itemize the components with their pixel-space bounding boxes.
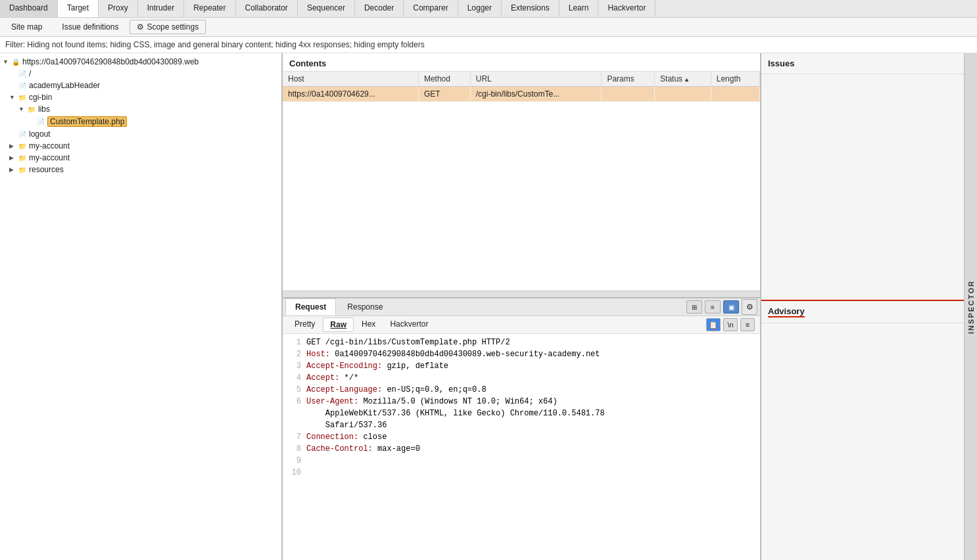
nav-site-map[interactable]: Site map xyxy=(3,19,51,35)
academy-arrow xyxy=(9,82,16,89)
tree-root-label: https://0a140097046290848b0db4d00430089.… xyxy=(22,57,199,66)
nav-dashboard[interactable]: Dashboard xyxy=(0,0,58,17)
scope-settings-button[interactable]: ⚙ Scope settings xyxy=(130,20,206,34)
col-host[interactable]: Host xyxy=(283,72,418,87)
site-map-tree: ▼ 🔒 https://0a140097046290848b0db4d00430… xyxy=(0,53,283,560)
my-account2-arrow[interactable]: ▶ xyxy=(9,154,16,161)
folder-icon: 📁 xyxy=(18,153,27,162)
view-list-button[interactable]: ≡ xyxy=(705,300,721,314)
tree-item-academyLabHeader[interactable]: 📄 academyLabHeader xyxy=(0,80,281,91)
lock-icon: 🔒 xyxy=(11,57,20,66)
request-body[interactable]: 1GET /cgi-bin/libs/CustomTemplate.php HT… xyxy=(283,334,760,560)
nav-learn[interactable]: Learn xyxy=(560,0,599,17)
cgi-expand-arrow[interactable]: ▼ xyxy=(9,94,16,101)
header-continuation: Safari/537.36 xyxy=(306,421,387,430)
nav-comparer[interactable]: Comparer xyxy=(404,0,458,17)
line-number: 2 xyxy=(287,348,301,360)
request-line-1: 1GET /cgi-bin/libs/CustomTemplate.php HT… xyxy=(287,337,756,348)
tree-item-logout[interactable]: 📄 logout xyxy=(0,128,281,140)
tree-item-resources[interactable]: ▶ 📁 resources xyxy=(0,164,281,175)
nav-repeater[interactable]: Repeater xyxy=(184,0,235,17)
my-account1-arrow[interactable]: ▶ xyxy=(9,143,16,149)
advisory-section: Advisory xyxy=(761,300,964,560)
subtab-raw[interactable]: Raw xyxy=(323,317,354,332)
line-number: 5 xyxy=(287,384,301,396)
nav-collaborator[interactable]: Collaborator xyxy=(236,0,298,17)
request-response-section: Request Response ⊞ ≡ ▣ ⚙ xyxy=(283,297,760,560)
tree-item-libs[interactable]: ▼ 📁 libs xyxy=(0,103,281,115)
folder-icon: 📁 xyxy=(27,105,36,114)
header-key: Cache-Control: xyxy=(306,444,373,454)
nav-proxy[interactable]: Proxy xyxy=(99,0,138,17)
table-row[interactable]: https://0a14009704629... GET /cgi-bin/li… xyxy=(283,87,760,102)
col-url[interactable]: URL xyxy=(470,72,602,87)
settings-button[interactable]: ⚙ xyxy=(742,299,757,315)
request-method-line: GET /cgi-bin/libs/CustomTemplate.php HTT… xyxy=(306,338,510,347)
tree-item-label: my-account xyxy=(29,141,70,151)
view-grid-button[interactable]: ⊞ xyxy=(686,300,702,314)
file-icon: 📄 xyxy=(18,69,27,78)
nav-sequencer[interactable]: Sequencer xyxy=(298,0,355,17)
nav-decoder[interactable]: Decoder xyxy=(355,0,404,17)
header-key: User-Agent: xyxy=(306,397,358,406)
header-key: Accept-Encoding: xyxy=(306,362,382,371)
inspector-sidebar[interactable]: INSPECTOR xyxy=(964,53,977,560)
request-line-6: 6User-Agent: Mozilla/5.0 (Windows NT 10.… xyxy=(287,396,756,408)
line-number xyxy=(287,419,301,431)
col-params[interactable]: Params xyxy=(602,72,655,87)
tree-item-my-account-special[interactable]: ▶ 📁 my-account xyxy=(0,140,281,152)
tree-container: ▼ 🔒 https://0a140097046290848b0db4d00430… xyxy=(0,53,281,178)
contents-table: Host Method URL Params Status▲ Length ht… xyxy=(283,72,760,102)
col-status[interactable]: Status▲ xyxy=(655,72,711,87)
tree-item-my-account-folder[interactable]: ▶ 📁 my-account xyxy=(0,152,281,164)
resources-arrow[interactable]: ▶ xyxy=(9,166,16,173)
nav-intruder[interactable]: Intruder xyxy=(138,0,184,17)
nav-target[interactable]: Target xyxy=(58,0,99,17)
wrap-button[interactable]: ≡ xyxy=(740,318,755,331)
folder-icon: 📁 xyxy=(18,93,27,102)
file-icon: 📄 xyxy=(36,117,45,126)
request-line-4: 4Accept: */* xyxy=(287,372,756,384)
subtab-hackvertor[interactable]: Hackvertor xyxy=(383,317,435,332)
subtab-pretty[interactable]: Pretty xyxy=(288,317,322,332)
tab-request[interactable]: Request xyxy=(285,298,336,315)
nav-logger[interactable]: Logger xyxy=(458,0,502,17)
contents-title: Contents xyxy=(289,58,326,68)
request-line-7: 7Connection: close xyxy=(287,431,756,443)
cell-status xyxy=(655,87,711,102)
tree-item-label: academyLabHeader xyxy=(29,81,100,90)
contents-section: Contents Host Method URL Params Status▲ … xyxy=(283,53,760,297)
req-resp-tabs-bar: Request Response ⊞ ≡ ▣ ⚙ xyxy=(283,298,760,316)
tree-item-cgi-bin[interactable]: ▼ 📁 cgi-bin xyxy=(0,91,281,103)
nav-extensions[interactable]: Extensions xyxy=(502,0,560,17)
root-expand-arrow[interactable]: ▼ xyxy=(3,58,9,65)
libs-expand-arrow[interactable]: ▼ xyxy=(18,106,25,112)
col-method[interactable]: Method xyxy=(418,72,470,87)
nav-hackvertor[interactable]: Hackvertor xyxy=(598,0,655,17)
tree-root[interactable]: ▼ 🔒 https://0a140097046290848b0db4d00430… xyxy=(0,56,281,68)
subtab-hex[interactable]: Hex xyxy=(355,317,382,332)
tree-item-custom-template[interactable]: 📄 CustomTemplate.php xyxy=(0,115,281,128)
empty-line xyxy=(306,456,311,465)
sub-tabs-bar: Pretty Raw Hex Hackvertor 📋 \n ≡ xyxy=(283,316,760,334)
line-number: 10 xyxy=(287,467,301,478)
special-folder-icon: 📁 xyxy=(18,141,27,151)
empty-line xyxy=(306,468,311,477)
line-number: 1 xyxy=(287,337,301,348)
tree-item-root-slash[interactable]: 📄 / xyxy=(0,68,281,80)
header-val: gzip, deflate xyxy=(382,362,448,371)
contents-table-wrapper[interactable]: Host Method URL Params Status▲ Length ht… xyxy=(283,72,760,291)
newline-button[interactable]: \n xyxy=(723,318,738,331)
line-number: 3 xyxy=(287,360,301,372)
tab-response[interactable]: Response xyxy=(337,298,393,315)
line-number: 6 xyxy=(287,396,301,408)
horizontal-scrollbar[interactable] xyxy=(283,291,760,297)
request-line-2: 2Host: 0a140097046290848b0db4d00430089.w… xyxy=(287,348,756,360)
request-line-8: 8Cache-Control: max-age=0 xyxy=(287,443,756,455)
copy-icon-button[interactable]: 📋 xyxy=(706,318,721,331)
request-line-9: 9 xyxy=(287,455,756,467)
nav-issue-definitions[interactable]: Issue definitions xyxy=(53,19,127,35)
col-length[interactable]: Length xyxy=(711,72,759,87)
view-panel-button[interactable]: ▣ xyxy=(723,300,739,314)
tree-item-label: logout xyxy=(29,129,51,139)
